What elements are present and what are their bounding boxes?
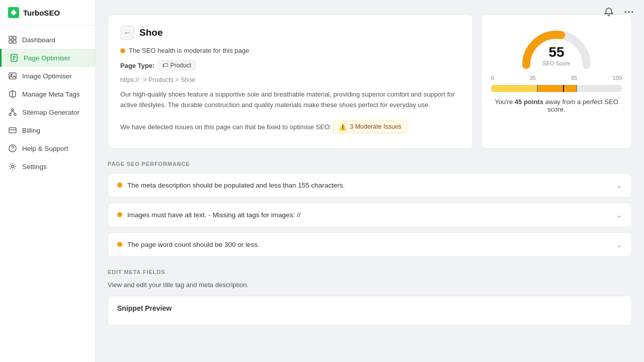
issue-dot-2 bbox=[117, 212, 122, 217]
sitemap-icon bbox=[8, 108, 17, 117]
scale-min: 0 bbox=[491, 75, 494, 81]
main-content: ← Shoe The SEO health is moderate for th… bbox=[96, 0, 644, 362]
svg-point-12 bbox=[9, 114, 11, 116]
logo: TurboSEO bbox=[0, 0, 95, 26]
meta-tags-icon bbox=[8, 89, 17, 99]
sidebar-label-page-optimiser: Page Optimiser bbox=[24, 54, 70, 62]
sidebar-item-dashboard[interactable]: Dashboard bbox=[0, 31, 95, 49]
issues-badge: ⚠️ 3 Moderate Issues bbox=[333, 121, 407, 133]
billing-icon bbox=[8, 126, 17, 135]
edit-meta-section: EDIT META FIELDS View and edit your titl… bbox=[108, 269, 632, 326]
snippet-preview-card: Snippet Preview bbox=[108, 296, 632, 326]
url-breadcrumb: https:// > Products > Shoe bbox=[120, 76, 460, 83]
topbar bbox=[602, 5, 636, 19]
points-away: 45 points bbox=[515, 98, 543, 106]
svg-rect-16 bbox=[9, 128, 16, 133]
scale-m1: 35 bbox=[529, 75, 535, 81]
svg-rect-8 bbox=[9, 73, 16, 79]
issue-dot-1 bbox=[117, 183, 122, 188]
sidebar-label-dashboard: Dashboard bbox=[22, 36, 55, 44]
perf-item-alt-text[interactable]: Images must have alt text. - Missing alt… bbox=[108, 203, 632, 227]
page-type-line: Page Type: 🏷 Product bbox=[120, 60, 460, 70]
image-optimiser-icon bbox=[8, 71, 17, 80]
chevron-down-icon-1: ⌄ bbox=[616, 180, 622, 190]
tag-icon: 🏷 bbox=[162, 62, 168, 69]
svg-point-9 bbox=[11, 74, 12, 76]
page-url: https:// bbox=[120, 76, 139, 83]
help-icon bbox=[8, 144, 17, 153]
back-button[interactable]: ← bbox=[120, 26, 134, 40]
sidebar-label-settings: Settings bbox=[22, 163, 47, 170]
page-type-label: Page Type: bbox=[120, 62, 154, 69]
sidebar-item-billing[interactable]: Billing bbox=[0, 121, 95, 139]
seo-score-label: SEO Score bbox=[542, 60, 570, 66]
perf-item-alt-text-text: Images must have alt text. - Missing alt… bbox=[127, 211, 300, 219]
perf-item-meta-desc-text: The meta description should be populated… bbox=[127, 182, 345, 189]
top-cards-row: ← Shoe The SEO health is moderate for th… bbox=[108, 14, 632, 149]
seo-score-card: 55 SEO Score 0 35 65 100 bbox=[481, 14, 632, 149]
sidebar: TurboSEO Dashboard Page Optimiser Image … bbox=[0, 0, 96, 362]
performance-section: PAGE SEO PERFORMANCE The meta descriptio… bbox=[108, 161, 632, 257]
seo-status-line: The SEO health is moderate for this page bbox=[120, 47, 460, 54]
chevron-down-icon-3: ⌄ bbox=[616, 240, 622, 249]
snippet-preview-title: Snippet Preview bbox=[117, 304, 622, 312]
perf-item-word-count-text: The page word count should be 300 or les… bbox=[127, 241, 260, 248]
perf-item-word-count-left: The page word count should be 300 or les… bbox=[117, 241, 260, 248]
score-message: You're 45 points away from a perfect SEO… bbox=[494, 98, 619, 113]
sidebar-label-sitemap-generator: Sitemap Generator bbox=[22, 109, 79, 116]
svg-rect-1 bbox=[13, 36, 16, 39]
svg-rect-3 bbox=[13, 40, 16, 43]
logo-icon bbox=[8, 7, 19, 18]
page-type-value: Product bbox=[170, 62, 191, 69]
edit-meta-description: View and edit your title tag and meta de… bbox=[108, 281, 632, 289]
svg-point-22 bbox=[628, 11, 629, 13]
status-dot bbox=[120, 48, 125, 53]
page-optimiser-icon bbox=[10, 53, 19, 62]
gauge: 55 SEO Score bbox=[516, 25, 597, 70]
svg-point-20 bbox=[12, 165, 14, 168]
svg-line-14 bbox=[10, 111, 13, 114]
page-type-badge: 🏷 Product bbox=[157, 60, 195, 70]
svg-point-23 bbox=[631, 11, 633, 13]
notifications-button[interactable] bbox=[602, 5, 616, 19]
card-header: ← Shoe bbox=[120, 26, 460, 40]
seo-score-value: 55 bbox=[542, 45, 570, 59]
edit-meta-title: EDIT META FIELDS bbox=[108, 269, 632, 275]
svg-rect-2 bbox=[9, 40, 12, 43]
sidebar-item-settings[interactable]: Settings bbox=[0, 157, 95, 175]
performance-section-title: PAGE SEO PERFORMANCE bbox=[108, 161, 632, 167]
nav-menu: Dashboard Page Optimiser Image Optimiser… bbox=[0, 26, 95, 362]
page-description: Our high-quality shoes feature a support… bbox=[120, 89, 460, 111]
svg-point-19 bbox=[12, 150, 13, 151]
sidebar-item-help-support[interactable]: Help & Support bbox=[0, 139, 95, 157]
perf-item-word-count[interactable]: The page word count should be 300 or les… bbox=[108, 232, 632, 257]
sidebar-label-help-support: Help & Support bbox=[22, 145, 68, 152]
issues-intro-text: We have detected issues on this page can… bbox=[120, 123, 332, 131]
sidebar-item-image-optimiser[interactable]: Image Optimiser bbox=[0, 67, 95, 85]
svg-line-15 bbox=[13, 111, 15, 114]
sidebar-item-sitemap-generator[interactable]: Sitemap Generator bbox=[0, 103, 95, 121]
settings-icon bbox=[8, 162, 17, 171]
svg-point-13 bbox=[14, 114, 16, 116]
more-options-button[interactable] bbox=[622, 5, 636, 19]
svg-point-11 bbox=[12, 109, 14, 111]
performance-items: The meta description should be populated… bbox=[108, 173, 632, 257]
breadcrumb-path: > Products > Shoe bbox=[143, 76, 196, 83]
gauge-score: 55 SEO Score bbox=[542, 45, 570, 66]
sidebar-label-manage-meta-tags: Manage Meta Tags bbox=[22, 90, 80, 98]
issues-badge-text: 3 Moderate Issues bbox=[350, 123, 401, 130]
page-info-card: ← Shoe The SEO health is moderate for th… bbox=[108, 14, 473, 149]
perf-item-meta-desc[interactable]: The meta description should be populated… bbox=[108, 173, 632, 198]
sidebar-label-billing: Billing bbox=[22, 127, 40, 134]
dashboard-icon bbox=[8, 35, 17, 44]
page-title: Shoe bbox=[139, 27, 163, 38]
issue-dot-3 bbox=[117, 242, 122, 247]
sidebar-item-page-optimiser[interactable]: Page Optimiser bbox=[0, 49, 95, 67]
gauge-scale: 0 35 65 100 bbox=[491, 75, 622, 81]
svg-point-21 bbox=[625, 11, 626, 13]
scale-max: 100 bbox=[613, 75, 622, 81]
perf-item-meta-desc-left: The meta description should be populated… bbox=[117, 182, 345, 189]
sidebar-item-manage-meta-tags[interactable]: Manage Meta Tags bbox=[0, 85, 95, 103]
warning-icon: ⚠️ bbox=[339, 123, 347, 131]
sidebar-label-image-optimiser: Image Optimiser bbox=[22, 72, 72, 80]
